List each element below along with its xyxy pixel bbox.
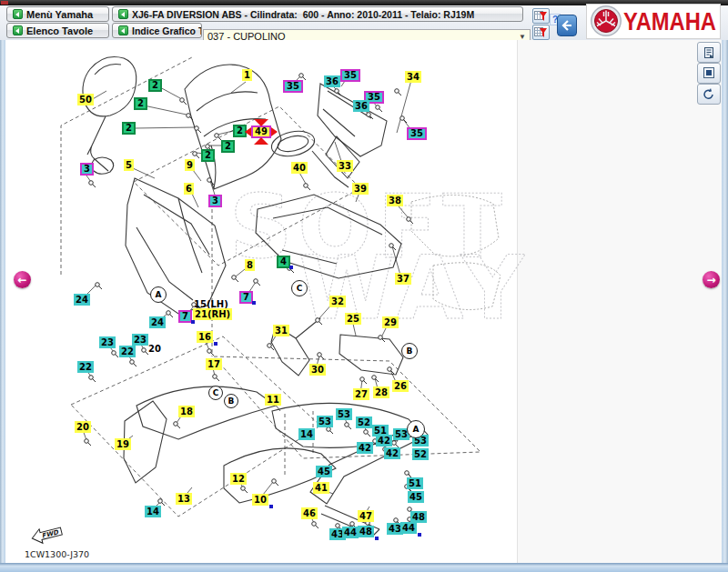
part-label[interactable]: 50 — [77, 94, 94, 105]
part-label[interactable]: 14 — [298, 428, 315, 440]
part-label[interactable]: 45 — [408, 491, 424, 503]
part-label[interactable]: 33 — [337, 160, 353, 172]
part-label[interactable]: 39 — [352, 183, 369, 195]
part-label[interactable]: 35 — [407, 127, 427, 140]
part-label[interactable]: 51 — [407, 477, 423, 489]
part-label[interactable]: 37 — [395, 273, 411, 285]
part-label[interactable]: 3 — [208, 195, 222, 207]
part-label[interactable]: 11 — [265, 394, 281, 406]
part-label[interactable]: 53 — [317, 416, 333, 427]
part-label[interactable]: 22 — [77, 361, 94, 373]
part-label[interactable]: 4 — [277, 256, 290, 268]
filter-table-button[interactable] — [532, 8, 550, 24]
part-label[interactable]: 31 — [273, 325, 289, 336]
elenco-tavole-button[interactable]: Elenco Tavole — [6, 23, 109, 38]
part-label[interactable]: 20 — [75, 421, 91, 433]
part-label[interactable]: 16 — [197, 331, 213, 343]
part-label[interactable]: 24 — [74, 294, 90, 306]
back-button[interactable] — [557, 15, 577, 36]
part-label[interactable]: 44 — [400, 522, 417, 534]
note-dot — [191, 320, 195, 324]
part-label[interactable]: 2 — [122, 122, 136, 135]
part-label[interactable]: 3 — [80, 163, 94, 176]
open-table-button[interactable] — [697, 42, 721, 63]
part-label[interactable]: 53 — [336, 408, 352, 420]
part-label[interactable]: 6 — [184, 183, 194, 195]
part-label[interactable]: 12 — [230, 473, 247, 485]
part-label[interactable]: 29 — [382, 316, 399, 328]
zoom-selection-button[interactable] — [697, 63, 721, 84]
part-label[interactable]: 35 — [340, 69, 360, 82]
part-label[interactable]: 7 — [178, 310, 192, 323]
previous-table-button[interactable]: ← — [14, 271, 31, 288]
part-label[interactable]: 52 — [412, 448, 429, 460]
part-label[interactable]: 48 — [358, 526, 374, 537]
part-label[interactable]: 36 — [324, 75, 340, 87]
note-dot — [252, 301, 256, 305]
part-label[interactable]: 35 — [283, 80, 303, 93]
indice-grafico-button[interactable]: Indice Grafico Telaio — [112, 23, 202, 38]
filter-index-button[interactable] — [532, 25, 550, 40]
next-table-button[interactable]: → — [703, 271, 720, 288]
part-label[interactable]: 25 — [345, 313, 361, 325]
part-label[interactable]: 38 — [387, 195, 403, 206]
note-dot — [289, 266, 293, 269]
part-label[interactable]: 22 — [119, 346, 136, 357]
part-label[interactable]: 47 — [358, 510, 374, 522]
part-label[interactable]: 41 — [313, 482, 329, 494]
part-label: 20 — [148, 343, 161, 355]
selection-arrow-icon — [254, 119, 268, 126]
part-label[interactable]: 10 — [252, 494, 268, 506]
circular-arrows-icon — [702, 87, 716, 101]
part-label[interactable]: 53 — [393, 428, 410, 440]
part-label[interactable]: 42 — [357, 442, 373, 454]
part-label[interactable]: 45 — [316, 466, 332, 477]
filter-table-icon — [534, 10, 548, 22]
selection-arrow-icon — [245, 127, 251, 136]
part-label[interactable]: 9 — [185, 159, 195, 171]
part-label[interactable]: 26 — [392, 380, 409, 392]
part-label[interactable]: 7 — [239, 291, 253, 304]
part-label[interactable]: 2 — [221, 140, 235, 153]
part-label[interactable]: 34 — [405, 71, 421, 83]
part-label[interactable]: 42 — [384, 447, 400, 459]
part-label[interactable]: 23 — [132, 334, 148, 346]
part-label-selected[interactable]: 49 — [251, 125, 271, 138]
diagram-canvas-margin — [517, 40, 722, 563]
green-nav-triangle-icon — [13, 9, 23, 19]
part-label[interactable]: 27 — [353, 388, 369, 400]
part-label[interactable]: 18 — [178, 406, 195, 417]
note-dot — [269, 505, 273, 508]
part-label[interactable]: 40 — [291, 162, 308, 174]
part-label[interactable]: 2 — [134, 97, 147, 110]
part-label[interactable]: 1 — [242, 69, 252, 81]
part-label[interactable]: 28 — [373, 386, 389, 398]
part-label[interactable]: 30 — [309, 364, 326, 376]
part-label[interactable]: 52 — [356, 416, 372, 428]
part-label[interactable]: 32 — [329, 296, 346, 307]
part-label[interactable]: 2 — [148, 79, 162, 92]
prev-arrow-icon: ← — [17, 274, 26, 286]
fit-view-button[interactable] — [697, 84, 721, 105]
part-label[interactable]: 53 — [412, 435, 429, 447]
menu-yamaha-button[interactable]: Menù Yamaha — [6, 6, 109, 22]
part-label[interactable]: 19 — [115, 438, 131, 450]
part-label[interactable]: 46 — [301, 507, 318, 519]
part-label[interactable]: 21(RH) — [193, 308, 232, 320]
part-label[interactable]: 5 — [124, 159, 134, 171]
model-info-bar[interactable]: XJ6-FA DIVERSION ABS - Cilindrata: 600 -… — [112, 6, 523, 22]
part-label[interactable]: 14 — [145, 506, 161, 517]
part-label[interactable]: 13 — [176, 493, 192, 505]
part-label[interactable]: 2 — [201, 149, 215, 162]
part-label[interactable]: 42 — [376, 435, 392, 447]
part-label[interactable]: 23 — [99, 336, 116, 348]
model-info-label: XJ6-FA DIVERSION ABS - Cilindrata: 600 -… — [132, 9, 474, 20]
green-nav-triangle-icon — [13, 25, 23, 35]
part-label[interactable]: 8 — [245, 259, 255, 271]
part-label[interactable]: 17 — [206, 358, 222, 370]
next-arrow-icon: → — [706, 274, 715, 286]
part-label[interactable]: 36 — [353, 100, 369, 112]
indice-grafico-label: Indice Grafico Telaio — [132, 25, 202, 36]
part-label[interactable]: 24 — [149, 316, 166, 328]
part-label[interactable]: 44 — [342, 527, 359, 538]
